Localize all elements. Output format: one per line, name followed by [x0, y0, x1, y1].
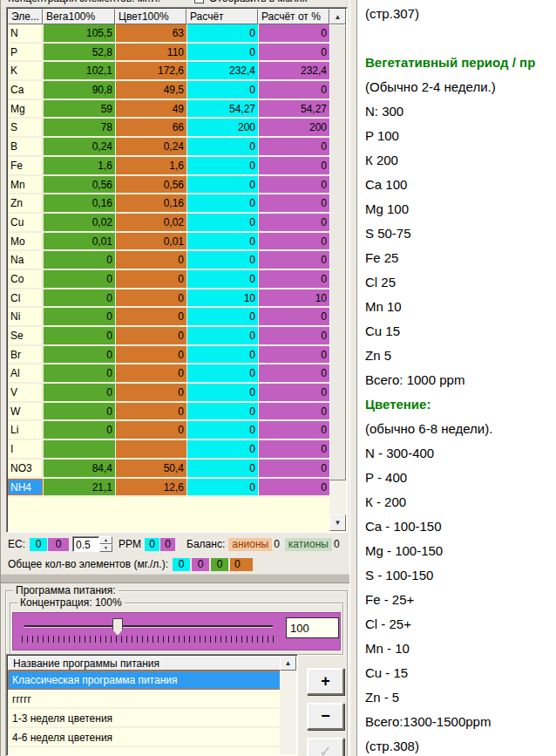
- cvet-value[interactable]: 0: [115, 327, 186, 344]
- cvet-value[interactable]: 0,16: [115, 194, 186, 212]
- calc-pct-value[interactable]: 0: [258, 479, 329, 496]
- calc-pct-value[interactable]: 0: [258, 44, 329, 61]
- concentration-slider-track[interactable]: [24, 625, 273, 628]
- vega-value[interactable]: 84,4: [43, 460, 115, 477]
- spin-down-icon[interactable]: ▼: [99, 544, 112, 552]
- calc-value[interactable]: 0: [186, 44, 258, 61]
- cvet-value[interactable]: 50,4: [115, 460, 186, 477]
- header-cvet[interactable]: Цвет100%: [115, 9, 186, 24]
- element-label[interactable]: N: [8, 24, 43, 42]
- list-scrollbar[interactable]: ▲: [280, 656, 296, 754]
- element-label[interactable]: B: [8, 138, 43, 155]
- calc-value[interactable]: 0: [186, 479, 258, 496]
- header-calc[interactable]: Расчёт: [186, 9, 258, 24]
- table-scrollbar[interactable]: ▲ ▼: [329, 9, 346, 531]
- cvet-value[interactable]: 0: [115, 308, 186, 325]
- cvet-value[interactable]: 0: [115, 270, 186, 288]
- table-row[interactable]: N 105,5 63 0 0: [8, 24, 329, 44]
- calc-value[interactable]: 0: [186, 364, 258, 382]
- vega-value[interactable]: 0: [43, 251, 115, 269]
- calc-value[interactable]: 54,27: [186, 100, 258, 118]
- calc-pct-value[interactable]: 0: [258, 270, 329, 288]
- cvet-value[interactable]: 172,6: [115, 62, 186, 79]
- vega-value[interactable]: 78: [43, 119, 115, 136]
- table-row[interactable]: Mn 0,56 0,56 0 0: [8, 176, 329, 195]
- calc-pct-value[interactable]: 0: [258, 176, 329, 194]
- table-row[interactable]: Ni 0 0 0 0: [8, 308, 329, 327]
- element-label[interactable]: Zn: [8, 194, 43, 212]
- list-item[interactable]: 1-3 неделя цветения: [8, 709, 281, 728]
- calc-pct-value[interactable]: 0: [258, 327, 329, 344]
- program-list-header[interactable]: Название программы питания: [8, 656, 281, 671]
- calc-value[interactable]: 0: [186, 157, 258, 174]
- calc-value[interactable]: 0: [186, 251, 258, 269]
- header-element[interactable]: Эле...: [8, 9, 43, 24]
- vega-value[interactable]: 52,8: [43, 44, 115, 61]
- table-row[interactable]: NH4 21,1 12,6 0 0: [8, 479, 329, 498]
- vega-value[interactable]: 21,1: [43, 479, 115, 496]
- calc-pct-value[interactable]: 200: [258, 119, 329, 136]
- notes-panel[interactable]: (стр.307) Вегетативный период / пр(Обычн…: [356, 0, 556, 756]
- cvet-value[interactable]: 0: [115, 251, 186, 269]
- show-in-moles-checkbox[interactable]: [194, 0, 204, 3]
- table-row[interactable]: Al 0 0 0 0: [8, 364, 329, 384]
- cvet-value[interactable]: 0: [115, 289, 186, 307]
- remove-program-button[interactable]: −: [307, 703, 344, 730]
- add-program-button[interactable]: +: [307, 668, 344, 695]
- calc-pct-value[interactable]: 0: [258, 421, 329, 439]
- element-label[interactable]: Mo: [8, 233, 43, 250]
- vega-value[interactable]: 1,6: [43, 157, 115, 174]
- cvet-value[interactable]: 66: [115, 119, 186, 136]
- cvet-value[interactable]: 0: [115, 346, 186, 364]
- calc-value[interactable]: 10: [186, 289, 258, 307]
- element-label[interactable]: S: [8, 119, 43, 136]
- calc-pct-value[interactable]: 0: [258, 233, 329, 250]
- vega-value[interactable]: 0: [43, 308, 115, 325]
- calc-pct-value[interactable]: 0: [258, 440, 329, 458]
- calc-value[interactable]: 0: [186, 270, 258, 288]
- element-label[interactable]: Cl: [8, 289, 43, 307]
- element-label[interactable]: Co: [8, 270, 43, 288]
- cvet-value[interactable]: 1,6: [115, 157, 186, 174]
- vega-value[interactable]: [43, 440, 115, 458]
- calc-pct-value[interactable]: 0: [258, 194, 329, 212]
- calc-value[interactable]: 0: [186, 403, 258, 420]
- element-label[interactable]: NO3: [8, 460, 43, 477]
- cvet-value[interactable]: 0: [115, 364, 186, 382]
- cvet-value[interactable]: 110: [115, 44, 186, 61]
- table-row[interactable]: I 0 0: [8, 440, 329, 460]
- scroll-up-icon[interactable]: ▲: [329, 9, 346, 24]
- calc-pct-value[interactable]: 0: [258, 403, 329, 420]
- vega-value[interactable]: 90,8: [43, 81, 115, 99]
- element-label[interactable]: P: [8, 44, 43, 61]
- vega-value[interactable]: 102,1: [43, 62, 115, 79]
- table-row[interactable]: S 78 66 200 200: [8, 119, 329, 138]
- table-row[interactable]: Mo 0,01 0,01 0 0: [8, 233, 329, 252]
- cvet-value[interactable]: 0: [115, 384, 186, 401]
- list-scrollbar-track[interactable]: [280, 671, 296, 754]
- calc-pct-value[interactable]: 0: [258, 214, 329, 231]
- cvet-value[interactable]: 0,24: [115, 138, 186, 155]
- calc-value[interactable]: 0: [186, 421, 258, 439]
- table-row[interactable]: Se 0 0 0 0: [8, 327, 329, 346]
- vega-value[interactable]: 0,16: [43, 194, 115, 212]
- cvet-value[interactable]: 63: [115, 24, 186, 42]
- calc-value[interactable]: 0: [186, 327, 258, 344]
- calc-pct-value[interactable]: 0: [258, 364, 329, 382]
- list-item[interactable]: 4-6 неделя цветения: [8, 728, 281, 747]
- concentration-input[interactable]: 100: [286, 617, 339, 638]
- element-label[interactable]: W: [8, 403, 43, 420]
- cvet-value[interactable]: 49,5: [115, 81, 186, 99]
- vega-value[interactable]: 0: [43, 346, 115, 364]
- calc-pct-value[interactable]: 0: [258, 460, 329, 477]
- spin-up-icon[interactable]: ▲: [99, 536, 112, 544]
- calc-value[interactable]: 0: [186, 176, 258, 194]
- table-row[interactable]: Mg 59 49 54,27 54,27: [8, 100, 329, 119]
- vega-value[interactable]: 0,02: [43, 214, 115, 231]
- table-row[interactable]: B 0,24 0,24 0 0: [8, 138, 329, 157]
- calc-value[interactable]: 232,4: [186, 62, 258, 79]
- element-label[interactable]: Cu: [8, 214, 43, 231]
- element-label[interactable]: Fe: [8, 157, 43, 174]
- element-label[interactable]: Ca: [8, 81, 43, 99]
- vega-value[interactable]: 0: [43, 270, 115, 288]
